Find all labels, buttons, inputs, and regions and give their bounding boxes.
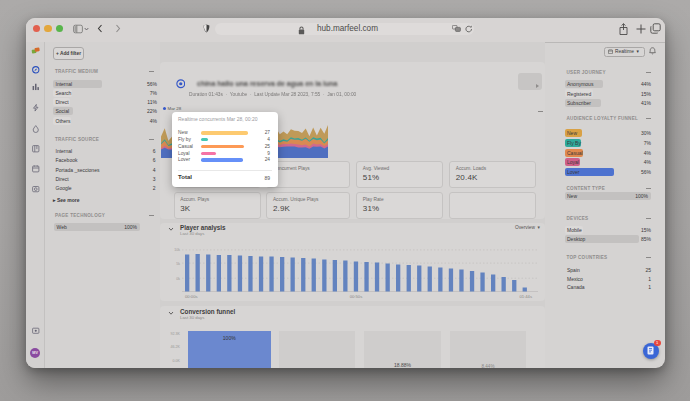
svg-text:10k: 10k (174, 248, 180, 252)
svg-text:5k: 5k (176, 261, 180, 265)
svg-text:0k: 0k (176, 276, 180, 280)
svg-text:01:44s: 01:44s (519, 293, 532, 298)
svg-text:00:50s: 00:50s (350, 293, 363, 298)
svg-text:00:00s: 00:00s (185, 293, 198, 298)
